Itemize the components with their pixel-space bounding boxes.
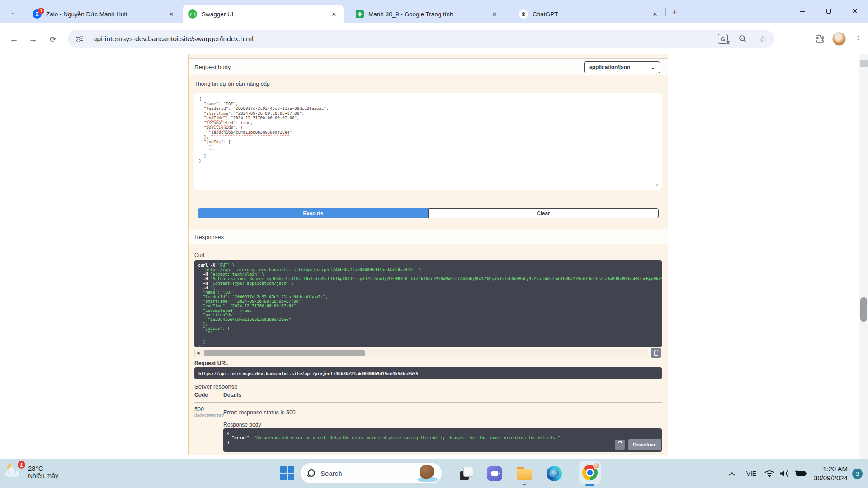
server-response-label: Server response <box>194 383 237 390</box>
back-button[interactable]: ← <box>6 32 22 47</box>
clipboard-icon <box>654 351 658 356</box>
clear-button[interactable]: Clear <box>428 208 659 218</box>
browser-menu-icon[interactable]: ⋮ <box>854 34 862 44</box>
chatgpt-favicon: ❋ <box>519 9 528 19</box>
notification-count-badge[interactable]: 3 <box>852 469 863 479</box>
tab-divider <box>665 8 666 16</box>
url-text[interactable]: api-internsys-dev.bancantoi.site/swagger… <box>93 35 254 43</box>
restore-button[interactable] <box>816 0 842 23</box>
forward-button[interactable]: → <box>25 32 41 47</box>
reload-button[interactable]: ⟳ <box>45 32 61 47</box>
response-actions: Download <box>615 439 661 450</box>
taskbar-search-box[interactable]: Search <box>300 463 442 483</box>
request-url-box: https://api-internsys-dev.bancantoi.site… <box>194 367 662 379</box>
new-tab-button[interactable]: + <box>669 7 680 18</box>
extensions-icon[interactable] <box>815 34 824 43</box>
error-status-message: Error: response status is 500 <box>223 409 296 416</box>
tray-status-icons[interactable] <box>764 469 807 478</box>
request-body-textarea[interactable]: { "name": "IOT", "leaderId": "2060917d-2… <box>194 93 662 190</box>
zalo-favicon: Z1 <box>33 9 42 19</box>
responses-label: Responses <box>194 234 224 240</box>
search-icon <box>308 469 315 477</box>
search-highlight-image[interactable] <box>415 464 439 482</box>
browser-toolbar: ← → ⟳ api-internsys-dev.bancantoi.site/s… <box>0 23 868 54</box>
details-column-header: Details <box>223 392 241 398</box>
tray-time: 1:20 AM <box>814 465 848 474</box>
download-button[interactable]: Download <box>628 439 661 450</box>
request-url-value: https://api-internsys-dev.bancantoi.site… <box>198 371 418 376</box>
restore-icon <box>826 9 831 14</box>
browser-tab-bar: ⌄ Z1 Zalo - Nguyễn Đức Mạnh Huit ✕ {…} S… <box>0 0 868 23</box>
weather-temp: 28°C <box>28 465 58 472</box>
tab-divider <box>509 8 509 16</box>
minimize-button[interactable] <box>789 0 816 23</box>
edge-button[interactable] <box>545 464 564 483</box>
weather-widget[interactable]: 1 28°C Nhiều mây <box>4 462 58 482</box>
page-scrollbar-button[interactable] <box>860 60 868 67</box>
address-bar[interactable]: api-internsys-dev.bancantoi.site/swagger… <box>68 30 774 48</box>
textarea-resize-handle[interactable] <box>653 182 659 188</box>
tab-close-icon[interactable]: ✕ <box>167 10 175 18</box>
table-divider <box>194 402 662 403</box>
clipboard-icon <box>618 442 622 447</box>
site-settings-icon[interactable] <box>76 35 84 43</box>
tab-chatgpt[interactable]: ❋ ChatGPT ✕ <box>514 5 665 23</box>
system-tray: VIE 1:20 AM 30/09/2024 3 <box>725 459 868 488</box>
tab-title: Zalo - Nguyễn Đức Mạnh Huit <box>46 11 127 18</box>
task-view-button[interactable] <box>457 464 476 483</box>
undocumented-label: Undocumented <box>194 413 224 418</box>
curl-label: Curl <box>194 252 204 258</box>
chevron-down-icon: ⌄ <box>651 65 655 70</box>
bookmark-star-icon[interactable]: ☆ <box>758 34 768 44</box>
tray-date: 30/09/2024 <box>814 474 848 483</box>
status-code: 500 <box>194 406 204 413</box>
tab-zalo[interactable]: Z1 Zalo - Nguyễn Đức Mạnh Huit ✕ <box>27 5 181 23</box>
tab-google-sheets[interactable]: ✚ Manh 30_9 - Google Trang tính ✕ <box>350 5 504 23</box>
content-type-select[interactable]: application/json ⌄ <box>584 61 660 73</box>
scroll-left-arrow-icon[interactable]: ◀ <box>195 351 201 355</box>
scrollbar-thumb[interactable] <box>204 350 365 356</box>
edge-icon <box>547 466 562 481</box>
start-button[interactable] <box>280 466 295 481</box>
tab-title: ChatGPT <box>533 11 558 18</box>
curl-horizontal-scrollbar[interactable]: ◀ <box>194 349 648 357</box>
code-column-header: Code <box>194 392 208 398</box>
battery-charging-icon <box>795 470 807 477</box>
language-indicator[interactable]: VIE <box>739 470 764 477</box>
tab-close-icon[interactable]: ✕ <box>491 10 499 18</box>
teams-chat-button[interactable] <box>485 464 504 483</box>
toolbar-right: ⋮ <box>815 23 868 54</box>
volume-icon <box>779 469 790 478</box>
profile-avatar[interactable] <box>832 32 846 46</box>
file-explorer-button[interactable] <box>515 464 534 483</box>
content-type-value: application/json <box>589 64 630 70</box>
tab-close-icon[interactable]: ✕ <box>651 10 659 18</box>
swagger-favicon: {…} <box>188 9 197 19</box>
clock-widget[interactable]: 1:20 AM 30/09/2024 <box>814 465 848 483</box>
param-description: Thông tin dự án cần nâng cấp <box>194 81 270 87</box>
close-window-button[interactable]: ✕ <box>842 0 868 23</box>
tab-swagger-ui[interactable]: {…} Swagger UI ✕ <box>183 5 344 23</box>
page-scrollbar-thumb[interactable] <box>860 297 867 322</box>
zoom-out-icon[interactable] <box>738 34 748 44</box>
copy-response-button[interactable] <box>615 440 625 450</box>
minimize-icon <box>800 11 805 12</box>
tab-close-icon[interactable]: ✕ <box>330 10 338 18</box>
chrome-profile-badge <box>593 462 600 469</box>
response-body-block[interactable]: { "error": "An unexpected error occurred… <box>223 428 662 452</box>
translate-icon[interactable]: G <box>718 34 728 44</box>
notification-badge: 1 <box>18 461 25 469</box>
active-app-indicator <box>585 484 594 486</box>
copy-curl-button[interactable] <box>651 348 661 358</box>
request-url-label: Request URL <box>194 360 228 366</box>
curl-command-block[interactable]: curl -X 'PUT' \ 'https://api-internsys-d… <box>194 260 662 347</box>
window-controls: ✕ <box>789 0 868 23</box>
execute-button[interactable]: Execute <box>198 208 428 218</box>
page-scrollbar-track[interactable] <box>859 54 868 459</box>
sheets-favicon: ✚ <box>356 10 364 18</box>
cloudy-moon-icon: 1 <box>4 462 24 482</box>
chrome-button-active[interactable] <box>579 461 601 484</box>
hidden-icons-chevron[interactable] <box>725 469 739 478</box>
tab-search-button[interactable]: ⌄ <box>6 6 20 18</box>
teams-chat-icon <box>487 466 502 481</box>
